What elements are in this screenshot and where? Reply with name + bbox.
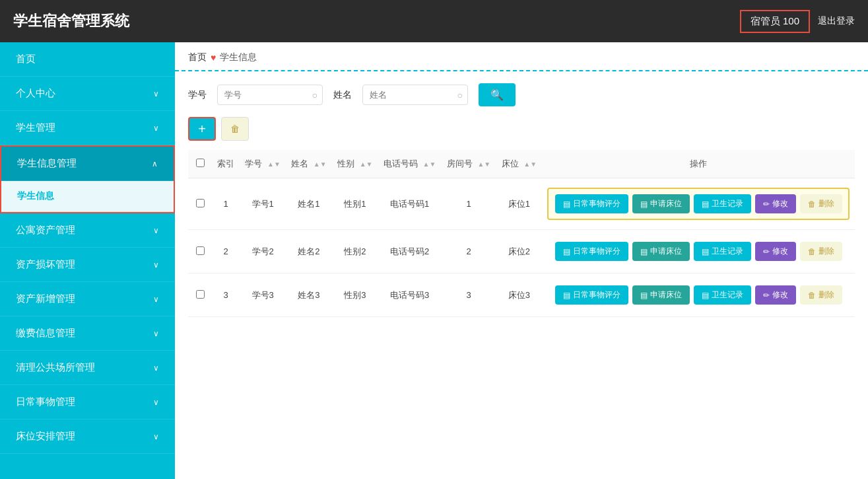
- chevron-down-icon: ∨: [153, 329, 159, 338]
- op-buttons-wrap: ▤ 日常事物评分 ▤ 申请床位 ▤ 卫生记录 ✏ 修改 🗑 删除: [547, 239, 850, 264]
- apply-bed-button[interactable]: ▤ 申请床位: [632, 194, 690, 213]
- edit-button[interactable]: ✏ 修改: [755, 285, 796, 305]
- sidebar-label-clean-mgmt: 清理公共场所管理: [16, 361, 95, 374]
- chevron-up-icon: ∧: [152, 159, 158, 168]
- trash-icon: 🗑: [808, 200, 816, 209]
- row-checkbox[interactable]: [196, 199, 205, 207]
- delete-button[interactable]: 🗑 删除: [800, 194, 842, 213]
- sort-arrows-id[interactable]: ▲▼: [267, 161, 281, 168]
- header: 学生宿舍管理系统 宿管员 100 退出登录: [0, 0, 868, 42]
- chevron-down-icon: ∨: [153, 398, 159, 407]
- table-header-row: 索引 学号 ▲▼ 姓名 ▲▼ 性别 ▲▼: [188, 150, 855, 178]
- row-name: 姓名3: [286, 274, 332, 317]
- op-buttons-wrap: ▤ 日常事物评分 ▤ 申请床位 ▤ 卫生记录 ✏ 修改 🗑 删除: [547, 188, 850, 220]
- sidebar-item-personal[interactable]: 个人中心 ∨: [0, 77, 175, 111]
- row-index: 3: [212, 274, 240, 317]
- row-name: 姓名1: [286, 178, 332, 230]
- sidebar-label-asset-add-mgmt: 资产新增管理: [16, 293, 75, 305]
- sidebar-label-student-info-mgmt: 学生信息管理: [17, 157, 77, 170]
- search-id-input[interactable]: [217, 85, 323, 105]
- sidebar-item-damage-mgmt[interactable]: 资产损坏管理 ∨: [0, 248, 175, 282]
- row-index: 1: [212, 178, 240, 230]
- breadcrumb-current: 学生信息: [220, 52, 257, 63]
- logout-button[interactable]: 退出登录: [818, 15, 855, 27]
- select-all-checkbox[interactable]: [196, 159, 205, 167]
- header-right: 宿管员 100 退出登录: [740, 10, 855, 33]
- row-index: 2: [212, 230, 240, 274]
- bulk-delete-button[interactable]: 🗑: [221, 117, 249, 141]
- trash-icon: 🗑: [230, 124, 240, 134]
- daily-score-button[interactable]: ▤ 日常事物评分: [555, 242, 628, 261]
- search-name-icon: ○: [457, 90, 463, 100]
- row-bed: 床位3: [496, 274, 543, 317]
- hygiene-record-button[interactable]: ▤ 卫生记录: [694, 242, 751, 261]
- row-bed: 床位1: [496, 178, 543, 230]
- sidebar-label-fee-mgmt: 缴费信息管理: [16, 327, 75, 340]
- sidebar-item-clean-mgmt[interactable]: 清理公共场所管理 ∨: [0, 351, 175, 385]
- row-student-id: 学号1: [240, 178, 286, 230]
- edit-button[interactable]: ✏ 修改: [755, 242, 796, 261]
- sidebar-label-damage-mgmt: 资产损坏管理: [16, 258, 75, 271]
- daily-score-button[interactable]: ▤ 日常事物评分: [555, 194, 628, 213]
- sidebar-item-fee-mgmt[interactable]: 缴费信息管理 ∨: [0, 316, 175, 351]
- row-gender: 性别3: [332, 274, 378, 317]
- row-checkbox[interactable]: [196, 246, 205, 255]
- row-bed: 床位2: [496, 230, 543, 274]
- chevron-down-icon: ∨: [153, 363, 159, 373]
- sort-arrows-bed[interactable]: ▲▼: [523, 161, 537, 168]
- apply-bed-button[interactable]: ▤ 申请床位: [632, 285, 690, 305]
- search-bar: 学号 ○ 姓名 ○ 🔍: [175, 71, 868, 114]
- edit-icon: ✏: [763, 247, 770, 256]
- edit-button[interactable]: ✏ 修改: [755, 194, 796, 213]
- row-name: 姓名2: [286, 230, 332, 274]
- bed-icon: ▤: [640, 291, 648, 300]
- sidebar-item-student-mgmt[interactable]: 学生管理 ∨: [0, 111, 175, 145]
- search-id-wrap: ○: [217, 85, 323, 105]
- table-row: 1 学号1 姓名1 性别1 电话号码1 1 床位1 ▤ 日常事物评分 ▤ 申请床…: [188, 178, 855, 230]
- th-room: 房间号 ▲▼: [442, 150, 496, 178]
- chevron-down-icon: ∨: [153, 295, 159, 304]
- delete-button[interactable]: 🗑 删除: [800, 285, 842, 305]
- row-room: 1: [442, 178, 496, 230]
- row-student-id: 学号3: [240, 274, 286, 317]
- bed-icon: ▤: [640, 247, 648, 256]
- th-gender: 性别 ▲▼: [332, 150, 378, 178]
- row-room: 3: [442, 274, 496, 317]
- sort-arrows-phone[interactable]: ▲▼: [423, 161, 436, 168]
- list-icon: ▤: [563, 291, 570, 300]
- daily-score-button[interactable]: ▤ 日常事物评分: [555, 285, 628, 305]
- row-ops: ▤ 日常事物评分 ▤ 申请床位 ▤ 卫生记录 ✏ 修改 🗑 删除: [542, 178, 855, 230]
- sidebar-item-asset-mgmt[interactable]: 公寓资产管理 ∨: [0, 213, 175, 248]
- delete-button[interactable]: 🗑 删除: [800, 242, 842, 261]
- add-button[interactable]: +: [188, 117, 216, 141]
- sidebar-item-daily-mgmt[interactable]: 日常事物管理 ∨: [0, 385, 175, 420]
- chevron-down-icon: ∨: [153, 226, 159, 235]
- table-row: 3 学号3 姓名3 性别3 电话号码3 3 床位3 ▤ 日常事物评分 ▤ 申请床…: [188, 274, 855, 317]
- th-bed: 床位 ▲▼: [496, 150, 543, 178]
- row-room: 2: [442, 230, 496, 274]
- search-name-input[interactable]: [362, 85, 468, 105]
- sidebar-subitem-student-info[interactable]: 学生信息: [1, 181, 174, 212]
- row-gender: 性别1: [332, 178, 378, 230]
- row-checkbox[interactable]: [196, 290, 205, 299]
- breadcrumb-home: 首页: [188, 52, 207, 63]
- sidebar-item-student-info-mgmt[interactable]: 学生信息管理 ∧: [1, 147, 174, 181]
- sort-arrows-room[interactable]: ▲▼: [477, 161, 490, 168]
- hygiene-record-button[interactable]: ▤ 卫生记录: [694, 194, 751, 213]
- sidebar-item-home[interactable]: 首页: [0, 42, 175, 77]
- sidebar-item-asset-add-mgmt[interactable]: 资产新增管理 ∨: [0, 282, 175, 316]
- search-button[interactable]: 🔍: [479, 83, 516, 106]
- admin-badge: 宿管员 100: [740, 10, 810, 33]
- list-icon: ▤: [563, 200, 570, 209]
- trash-icon: 🗑: [808, 247, 816, 256]
- apply-bed-button[interactable]: ▤ 申请床位: [632, 242, 690, 261]
- chevron-down-icon: ∨: [153, 432, 159, 441]
- hygiene-record-button[interactable]: ▤ 卫生记录: [694, 285, 751, 305]
- sidebar-item-bed-mgmt[interactable]: 床位安排管理 ∨: [0, 420, 175, 454]
- bed-icon: ▤: [640, 200, 648, 209]
- th-name: 姓名 ▲▼: [286, 150, 332, 178]
- sort-arrows-gender[interactable]: ▲▼: [360, 161, 373, 168]
- sort-arrows-name[interactable]: ▲▼: [314, 161, 327, 168]
- search-name-wrap: ○: [362, 85, 468, 105]
- row-phone: 电话号码1: [378, 178, 442, 230]
